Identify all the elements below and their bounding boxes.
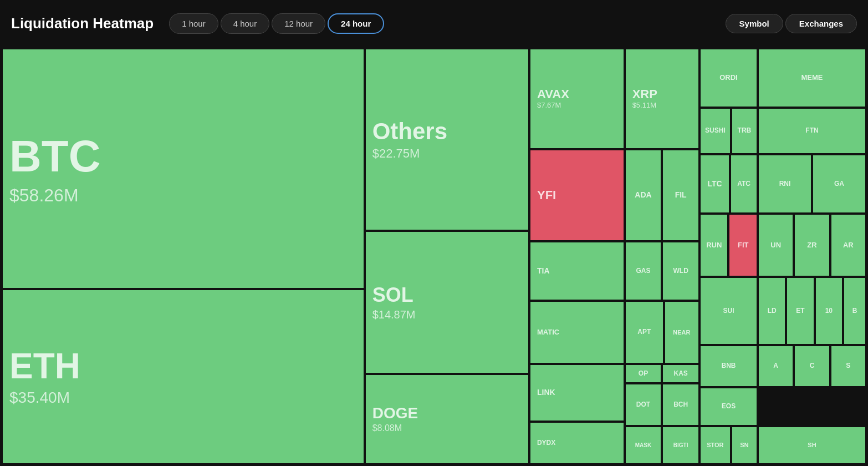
link-name: LINK (537, 388, 555, 397)
eth-value: $35.40M (9, 389, 70, 407)
sol-name: SOL (372, 284, 413, 306)
zr-name: ZR (807, 241, 816, 249)
avax-name: AVAX (537, 88, 569, 101)
cell-apt[interactable]: APT (625, 301, 663, 363)
cell-fil[interactable]: FIL (662, 150, 699, 241)
others-value: $22.75M (372, 146, 420, 161)
cell-eth[interactable]: ETH $35.40M (2, 290, 364, 464)
cell-bnb[interactable]: BNB (700, 346, 757, 387)
apt-name: APT (637, 328, 651, 336)
cell-c[interactable]: C (794, 346, 829, 387)
cell-btc[interactable]: BTC $58.26M (2, 49, 364, 288)
btn-24hour[interactable]: 24 hour (328, 13, 384, 34)
cell-dot[interactable]: DOT (625, 384, 662, 426)
cell-sol[interactable]: SOL $14.87M (365, 231, 529, 373)
cell-ftn[interactable]: FTN (758, 108, 866, 154)
cell-meme[interactable]: MEME (758, 49, 866, 107)
cell-others[interactable]: Others $22.75M (365, 49, 529, 230)
ltc-name: LTC (707, 180, 722, 188)
cell-bch[interactable]: BCH (662, 384, 699, 426)
cell-a[interactable]: A (758, 346, 793, 387)
c-name: C (810, 362, 815, 369)
meme-name: MEME (801, 74, 823, 82)
a-name: A (773, 362, 778, 369)
cell-ar[interactable]: AR (831, 214, 866, 276)
near-name: NEAR (673, 329, 690, 336)
cell-yfi[interactable]: YFI (530, 150, 624, 241)
avax-value: $7.67M (537, 101, 561, 109)
cell-stor[interactable]: STOR (700, 427, 731, 464)
header: Liquidation Heatmap 1 hour 4 hour 12 hou… (0, 0, 868, 47)
sh-name: SH (808, 442, 816, 448)
btn-exchanges[interactable]: Exchanges (785, 14, 857, 33)
cell-sui[interactable]: SUI (700, 277, 757, 345)
et-name: ET (796, 307, 804, 315)
cell-ordi[interactable]: ORDI (700, 49, 757, 107)
cell-zr[interactable]: ZR (794, 214, 829, 276)
col-right: AVAX $7.67M YFI TIA MATIC LINK DYDX (530, 49, 866, 464)
op-name: OP (639, 370, 648, 377)
heatmap: BTC $58.26M ETH $35.40M Others $22.75M S… (0, 47, 868, 466)
wld-name: WLD (673, 267, 688, 275)
cell-sn[interactable]: SN (732, 427, 757, 464)
cell-sushi[interactable]: SUSHI (700, 108, 731, 154)
cell-run[interactable]: RUN (700, 214, 728, 276)
cell-wld[interactable]: WLD (662, 242, 699, 300)
b-name: B (852, 307, 857, 315)
run-name: RUN (706, 241, 722, 249)
sn-name: SN (740, 442, 748, 448)
cell-matic[interactable]: MATIC (530, 301, 624, 363)
dydx-name: DYDX (537, 439, 555, 447)
bigti-name: BIGTI (673, 442, 688, 448)
cell-tia[interactable]: TIA (530, 242, 624, 300)
cell-ada[interactable]: ADA (625, 150, 662, 241)
cell-op[interactable]: OP (625, 364, 662, 383)
eth-name: ETH (9, 347, 80, 386)
cell-gas[interactable]: GAS (625, 242, 662, 300)
cell-eos[interactable]: EOS (700, 388, 757, 425)
btc-value: $58.26M (9, 185, 79, 206)
cell-ld[interactable]: LD (758, 277, 785, 345)
ld-name: LD (768, 307, 777, 315)
ar-name: AR (843, 241, 854, 249)
sol-value: $14.87M (372, 308, 416, 321)
cell-ga[interactable]: GA (813, 155, 866, 213)
cell-mask[interactable]: MASK (625, 427, 662, 464)
cell-near[interactable]: NEAR (665, 301, 699, 363)
cell-doge[interactable]: DOGE $8.08M (365, 374, 529, 464)
matic-name: MATIC (537, 328, 559, 336)
cell-trb[interactable]: TRB (732, 108, 757, 154)
right-buttons: Symbol Exchanges (726, 14, 857, 33)
btn-1hour[interactable]: 1 hour (169, 13, 218, 34)
cell-kas[interactable]: KAS (662, 364, 699, 383)
cell-s[interactable]: S (831, 346, 866, 387)
others-name: Others (372, 119, 447, 144)
cell-bigti[interactable]: BIGTI (662, 427, 699, 464)
cell-xrp[interactable]: XRP $5.11M (625, 49, 699, 149)
cell-atc[interactable]: ATC (731, 155, 757, 213)
trb-name: TRB (738, 127, 752, 134)
rni-name: RNI (779, 180, 791, 188)
app-title: Liquidation Heatmap (11, 15, 154, 32)
btn-12hour[interactable]: 12 hour (272, 13, 325, 34)
cell-et[interactable]: ET (787, 277, 814, 345)
cell-b[interactable]: B (844, 277, 866, 345)
cell-link[interactable]: LINK (530, 364, 624, 421)
btn-4hour[interactable]: 4 hour (221, 13, 270, 34)
cell-un[interactable]: UN (758, 214, 793, 276)
cell-ltc[interactable]: LTC (700, 155, 729, 213)
gas-name: GAS (636, 267, 650, 275)
fil-name: FIL (675, 191, 687, 199)
cell-avax[interactable]: AVAX $7.67M (530, 49, 624, 149)
cell-fit[interactable]: FIT (729, 214, 757, 276)
cell-sh[interactable]: SH (758, 427, 866, 464)
btn-symbol[interactable]: Symbol (726, 14, 783, 33)
sui-name: SUI (723, 307, 734, 315)
yfi-name: YFI (537, 189, 556, 202)
cell-dydx[interactable]: DYDX (530, 422, 624, 464)
un-name: UN (770, 241, 781, 249)
ten-name: 10 (825, 307, 833, 315)
cell-ten[interactable]: 10 (815, 277, 843, 345)
xrp-value: $5.11M (632, 101, 656, 109)
cell-rni[interactable]: RNI (758, 155, 811, 213)
